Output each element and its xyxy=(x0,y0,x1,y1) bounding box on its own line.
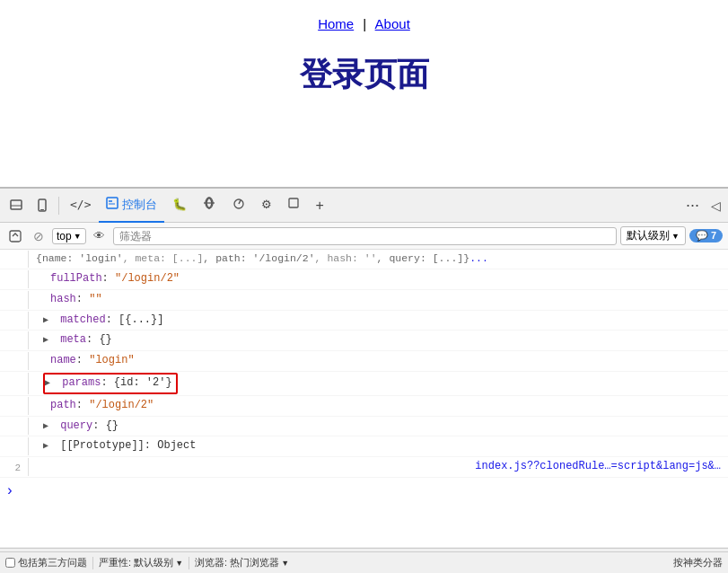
forward-button[interactable] xyxy=(5,226,25,246)
severity-arrow: ▼ xyxy=(175,559,183,568)
browser-dropdown[interactable]: 浏览器: 热门浏览器 ▼ xyxy=(195,556,289,569)
context-selector[interactable]: top ▼ xyxy=(52,228,86,244)
svg-rect-0 xyxy=(11,200,22,209)
console-line: ▶ [[Prototype]]: Object xyxy=(0,436,728,457)
block-button[interactable]: ⊘ xyxy=(29,226,48,246)
eye-button[interactable]: 👁 xyxy=(90,226,110,246)
level-dropdown-arrow: ▼ xyxy=(671,232,680,241)
console-content-8: ▶ query: {} xyxy=(29,418,118,436)
divider1 xyxy=(58,197,59,215)
console-content-5: name: "login" xyxy=(29,352,135,370)
badge-count: 7 xyxy=(711,230,716,241)
console-tab-label: 控制台 xyxy=(122,197,157,213)
line-num-8 xyxy=(0,418,29,436)
console-content-9: ▶ [[Prototype]]: Object xyxy=(29,437,196,455)
svg-rect-3 xyxy=(40,209,44,210)
console-content-4: ▶ meta: {} xyxy=(29,331,112,349)
tab-performance[interactable] xyxy=(224,189,253,223)
svg-rect-11 xyxy=(289,198,298,207)
expand-arrow-meta[interactable]: ▶ xyxy=(43,333,54,348)
devtools-close-area: ◁ xyxy=(707,198,724,213)
tab-add[interactable]: + xyxy=(308,189,330,223)
severity-dropdown[interactable]: 严重性: 默认级别 ▼ xyxy=(99,556,183,569)
expand-icon[interactable]: › xyxy=(5,480,14,503)
line-num-5 xyxy=(0,352,29,370)
console-line: ▶ meta: {} xyxy=(0,331,728,351)
browser-arrow: ▼ xyxy=(281,559,289,568)
tab-sources[interactable]: 🐛 xyxy=(165,189,194,223)
svg-rect-4 xyxy=(107,198,118,208)
home-link[interactable]: Home xyxy=(318,16,354,31)
context-dropdown-arrow: ▼ xyxy=(74,232,82,241)
source-link[interactable]: index.js??clonedRule…=script&lang=js&… xyxy=(475,458,721,476)
console-line: ▶ query: {} xyxy=(0,417,728,437)
console-content-source: index.js??clonedRule…=script&lang=js&… xyxy=(29,458,728,476)
top-nav: Home | About xyxy=(0,0,728,39)
console-output: {name: 'login', meta: [...], path: '/log… xyxy=(0,250,728,548)
console-content-7: path: "/login/2" xyxy=(29,397,153,415)
third-party-checkbox[interactable]: 包括第三方问题 xyxy=(5,556,87,569)
performance-icon xyxy=(232,196,246,213)
expand-arrow-proto[interactable]: ▶ xyxy=(43,439,54,454)
filter-input[interactable] xyxy=(113,227,617,245)
layers-icon xyxy=(287,197,300,212)
line-num-3 xyxy=(0,312,29,330)
console-content-3: ▶ matched: [{...}] xyxy=(29,312,163,330)
more-options-button[interactable]: ··· xyxy=(679,196,706,215)
devtools-panel: </> 控制台 🐛 ⚙ + · xyxy=(0,187,728,573)
console-source-line: 2 index.js??clonedRule…=script&lang=js&… xyxy=(0,457,728,478)
console-line: path: "/login/2" xyxy=(0,396,728,417)
context-label: top xyxy=(57,230,72,242)
tab-console[interactable]: 控制台 xyxy=(99,189,164,223)
line-num-7 xyxy=(0,397,29,415)
tab-settings[interactable]: ⚙ xyxy=(254,189,279,223)
console-content-6: ▶ params: {id: '2'} xyxy=(29,373,178,394)
tab-network[interactable] xyxy=(195,189,224,223)
right-label: 按神类分器 xyxy=(673,556,723,569)
badge-icon: 💬 xyxy=(696,230,711,241)
status-separator1 xyxy=(92,557,93,569)
elements-icon: </> xyxy=(70,198,91,211)
device-icon[interactable] xyxy=(30,193,55,218)
sources-icon: 🐛 xyxy=(172,198,187,211)
tab-layers[interactable] xyxy=(280,189,307,223)
expand-arrow-query[interactable]: ▶ xyxy=(43,419,54,435)
console-line: ▶ matched: [{...}] xyxy=(0,311,728,331)
console-line: {name: 'login', meta: [...], path: '/log… xyxy=(0,250,728,269)
level-label: 默认级别 xyxy=(627,228,670,243)
console-content-2: hash: "" xyxy=(29,291,102,309)
nav-separator: | xyxy=(363,16,366,31)
devtools-toolbar: </> 控制台 🐛 ⚙ + · xyxy=(0,189,728,223)
level-selector[interactable]: 默认级别 ▼ xyxy=(620,226,686,245)
line-num-source: 2 xyxy=(0,458,29,476)
expand-arrow-params[interactable]: ▶ xyxy=(45,376,56,392)
line-num-6 xyxy=(0,373,29,394)
line-num-1 xyxy=(0,270,29,288)
console-content-1: fullPath: "/login/2" xyxy=(29,270,180,288)
line-num-0 xyxy=(0,251,29,268)
settings-icon: ⚙ xyxy=(261,198,272,211)
about-link[interactable]: About xyxy=(375,16,410,31)
console-line: hash: "" xyxy=(0,290,728,311)
console-line: name: "login" xyxy=(0,351,728,372)
right-end-controls: 按神类分器 xyxy=(673,556,723,569)
line-num-4 xyxy=(0,331,29,349)
status-bar: 包括第三方问题 严重性: 默认级别 ▼ 浏览器: 热门浏览器 ▼ 按神类分器 xyxy=(0,551,728,573)
console-line: fullPath: "/login/2" xyxy=(0,269,728,290)
page-title: 登录页面 xyxy=(0,39,728,104)
status-separator2 xyxy=(189,557,189,569)
tab-elements[interactable]: </> xyxy=(63,189,98,223)
console-tab-icon xyxy=(106,197,118,212)
line-num-9 xyxy=(0,437,29,455)
svg-line-10 xyxy=(239,200,241,204)
network-icon xyxy=(202,196,216,213)
console-expand-row: › xyxy=(0,478,728,505)
line-num-2 xyxy=(0,291,29,309)
expand-arrow-matched[interactable]: ▶ xyxy=(43,313,54,329)
console-content-0: {name: 'login', meta: [...], path: '/log… xyxy=(29,251,488,268)
message-badge[interactable]: 💬 7 xyxy=(689,229,723,242)
cursor-icon[interactable] xyxy=(4,193,29,218)
params-highlight-box: ▶ params: {id: '2'} xyxy=(43,373,178,394)
console-line-params: ▶ params: {id: '2'} xyxy=(0,372,728,396)
svg-rect-12 xyxy=(10,231,21,242)
